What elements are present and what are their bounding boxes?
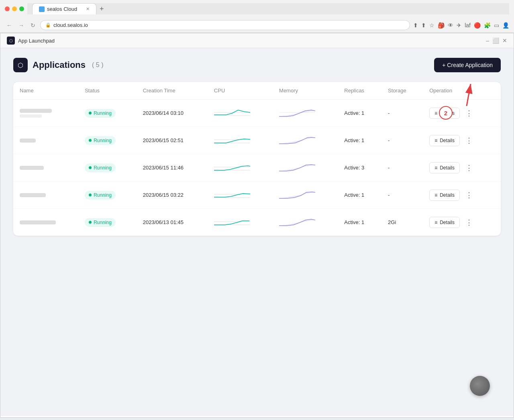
replicas-cell: Active: 1: [338, 181, 381, 209]
traffic-lights: [5, 6, 24, 11]
memory-cell: [273, 100, 338, 127]
cpu-chart: [214, 133, 250, 146]
more-options-button[interactable]: ⋮: [463, 216, 475, 228]
table-row: Running 2023/06/15 03:22: [13, 181, 501, 209]
create-application-button[interactable]: + Create Application: [434, 58, 501, 72]
extension-icon-3[interactable]: ✈: [457, 22, 461, 29]
browser-tab[interactable]: sealos Cloud ✕: [32, 3, 96, 14]
app-name-blurred: [20, 109, 52, 113]
tab-close-button[interactable]: ✕: [86, 6, 90, 12]
creation-time-cell: 2023/06/15 03:22: [137, 181, 208, 209]
operation-cell: ≡ Details ⋮: [423, 127, 501, 154]
share-icon[interactable]: ⬆: [421, 22, 426, 29]
extension-icon-5[interactable]: 🔴: [474, 22, 481, 29]
app-close-button[interactable]: ✕: [502, 37, 507, 44]
new-tab-button[interactable]: +: [100, 5, 104, 13]
operation-buttons: ≡ Details ⋮: [429, 216, 494, 228]
memory-chart: [279, 106, 315, 119]
details-icon: ≡: [434, 138, 437, 143]
lock-icon: 🔒: [45, 22, 51, 28]
memory-chart: [279, 133, 315, 146]
page-logo-icon: ⬡: [13, 58, 28, 72]
operation-buttons: ≡ Details ⋮: [429, 189, 494, 201]
details-button[interactable]: ≡ Details: [429, 162, 460, 173]
forward-button[interactable]: →: [17, 21, 26, 29]
title-bar: sealos Cloud ✕ +: [0, 0, 514, 18]
back-button[interactable]: ←: [5, 21, 14, 29]
extensions-button[interactable]: 🧩: [484, 22, 491, 29]
status-dot: [89, 112, 92, 114]
more-options-button[interactable]: ⋮: [463, 162, 475, 174]
tab-bar: sealos Cloud ✕ +: [27, 3, 509, 14]
cpu-chart: [214, 215, 250, 228]
table-body: Running 2023/06/14 03:10: [13, 100, 501, 236]
app-status-cell: Running: [78, 209, 137, 236]
app-window: ⬡ App Launchpad – ⬜ ✕ ⬡ Applications ( 5…: [0, 33, 514, 418]
cpu-cell: [208, 100, 273, 127]
table-header: Name Status Creation Time CPU Memory Rep…: [13, 82, 501, 100]
more-options-button[interactable]: ⋮: [463, 107, 475, 119]
app-titlebar: ⬡ App Launchpad – ⬜ ✕: [0, 33, 514, 48]
table-row: Running 2023/06/15 11:46: [13, 154, 501, 181]
col-cpu: CPU: [208, 82, 273, 100]
creation-time-cell: 2023/06/15 11:46: [137, 154, 208, 181]
app-logo: ⬡: [7, 37, 15, 45]
details-button[interactable]: ≡ Details: [429, 135, 460, 146]
extension-icon-2[interactable]: 👁: [448, 22, 453, 29]
details-button[interactable]: ≡ Details: [429, 217, 460, 228]
app-name-blurred: [20, 220, 56, 224]
storage-cell: -: [381, 100, 423, 127]
memory-chart: [279, 188, 315, 201]
app-minimize-button[interactable]: –: [486, 37, 489, 44]
operation-buttons: ≡ Details ⋮: [429, 162, 494, 174]
app-title-label: App Launchpad: [18, 38, 55, 44]
app-window-controls: – ⬜ ✕: [486, 37, 507, 44]
close-traffic-light[interactable]: [5, 6, 10, 11]
memory-cell: [273, 209, 338, 236]
cpu-cell: [208, 181, 273, 209]
sidebar-button[interactable]: ▭: [494, 22, 499, 29]
minimize-traffic-light[interactable]: [12, 6, 17, 11]
storage-cell: 2Gi: [381, 209, 423, 236]
more-options-button[interactable]: ⋮: [463, 135, 475, 147]
app-status-cell: Running: [78, 127, 137, 154]
applications-table-container: Name Status Creation Time CPU Memory Rep…: [13, 82, 501, 236]
cpu-chart: [214, 106, 250, 119]
status-dot: [89, 139, 92, 142]
storage-cell: -: [381, 181, 423, 209]
col-name: Name: [13, 82, 78, 100]
col-storage: Storage: [381, 82, 423, 100]
memory-chart: [279, 215, 315, 228]
operation-cell: ≡ Details ⋮: [423, 100, 501, 127]
more-options-button[interactable]: ⋮: [463, 189, 475, 201]
memory-chart: [279, 161, 315, 173]
status-badge: Running: [85, 109, 116, 118]
bottom-orb: [470, 376, 490, 396]
col-status: Status: [78, 82, 137, 100]
app-name-cell: [13, 154, 78, 181]
replicas-cell: Active: 1: [338, 127, 381, 154]
details-button[interactable]: ≡ Details: [429, 190, 460, 201]
url-bar[interactable]: 🔒 cloud.sealos.io: [40, 20, 410, 30]
download-icon[interactable]: ⬆: [413, 22, 418, 29]
details-icon: ≡: [434, 110, 437, 116]
status-badge: Running: [85, 191, 116, 200]
profile-icon[interactable]: 👤: [502, 22, 509, 29]
app-status-cell: Running: [78, 181, 137, 209]
col-creation-time: Creation Time: [137, 82, 208, 100]
app-name-cell: [13, 127, 78, 154]
cpu-cell: [208, 209, 273, 236]
create-button-area: + Create Application 2: [434, 58, 501, 72]
cpu-chart: [214, 161, 250, 173]
reload-button[interactable]: ↻: [29, 21, 37, 29]
extension-icon-4[interactable]: laf: [465, 22, 471, 29]
cpu-chart: [214, 188, 250, 201]
app-maximize-button[interactable]: ⬜: [492, 37, 499, 44]
bookmark-icon[interactable]: ☆: [429, 22, 434, 29]
annotation-circle-2: 2: [439, 106, 453, 120]
table-row: Running 2023/06/13 01:45: [13, 209, 501, 236]
extension-icon-1[interactable]: 🎒: [438, 22, 445, 29]
app-count-badge: ( 5 ): [92, 61, 103, 69]
replicas-cell: Active: 3: [338, 154, 381, 181]
maximize-traffic-light[interactable]: [19, 6, 24, 11]
